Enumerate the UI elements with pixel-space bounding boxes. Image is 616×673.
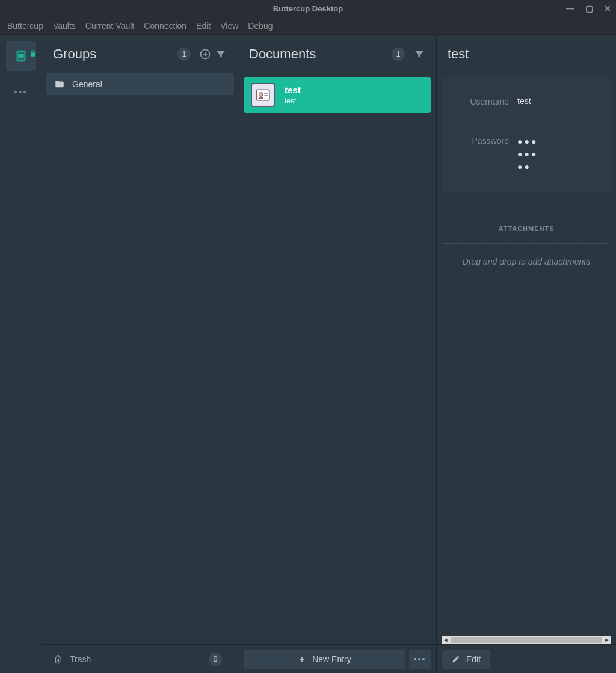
dropzone-text: Drag and drop to add attachments (463, 257, 590, 266)
attachments-divider: ATTACHMENTS (442, 225, 611, 232)
documents-pane: Documents 1 test (238, 35, 437, 673)
entry-avatar-icon (251, 83, 275, 107)
svg-point-5 (259, 93, 263, 97)
horizontal-scrollbar[interactable]: ◄ ► (442, 636, 611, 644)
group-item-label: General (72, 79, 102, 89)
window-titlebar: Buttercup Desktop — ▢ ✕ (0, 0, 616, 17)
main-content: ••• Groups 1 General (0, 35, 616, 673)
entry-title: test (285, 85, 301, 96)
svg-rect-2 (19, 54, 23, 57)
rail-more-button[interactable]: ••• (14, 87, 28, 97)
svg-rect-7 (264, 95, 268, 96)
unlock-icon (29, 49, 37, 58)
close-icon[interactable]: ✕ (604, 4, 611, 13)
scrollbar-thumb[interactable] (451, 637, 602, 643)
groups-heading: Groups (53, 46, 96, 62)
scroll-right-icon[interactable]: ► (603, 636, 611, 644)
edit-label: Edit (466, 654, 481, 664)
minimize-icon[interactable]: — (566, 4, 574, 13)
trash-button[interactable]: Trash 0 (42, 644, 238, 673)
group-item-general[interactable]: General (46, 73, 234, 95)
groups-header: Groups 1 (42, 35, 238, 73)
file-icon (14, 49, 28, 63)
groups-list: General (42, 73, 238, 644)
add-group-icon[interactable] (199, 48, 211, 60)
documents-list: test test (238, 73, 436, 644)
field-username: Username test (451, 88, 602, 115)
menu-edit[interactable]: Edit (191, 19, 215, 33)
edit-button[interactable]: Edit (442, 650, 490, 669)
filter-icon[interactable] (215, 48, 227, 60)
field-password: Password ●●● ●●● ●● (451, 115, 602, 182)
attachments-dropzone[interactable]: Drag and drop to add attachments (442, 243, 611, 280)
documents-footer: New Entry ••• (238, 644, 436, 673)
plus-icon (298, 655, 306, 663)
new-entry-button[interactable]: New Entry (244, 650, 405, 669)
menu-debug[interactable]: Debug (243, 19, 277, 33)
vault-tab[interactable] (6, 41, 36, 71)
entry-subtitle: test (285, 97, 301, 105)
attachments-heading: ATTACHMENTS (490, 225, 562, 232)
trash-count-badge: 0 (209, 653, 222, 666)
vault-rail: ••• (0, 35, 42, 673)
menu-current-vault[interactable]: Current Vault (81, 19, 139, 33)
trash-icon (53, 654, 63, 664)
menubar: Buttercup Vaults Current Vault Connectio… (0, 17, 616, 35)
details-pane: test Username test Password ●●● ●●● ●● A… (437, 35, 616, 673)
profile-card-icon (255, 87, 271, 103)
documents-header: Documents 1 (238, 35, 436, 73)
folder-icon (54, 79, 65, 90)
groups-pane: Groups 1 General Trash 0 (42, 35, 238, 673)
menu-connection[interactable]: Connection (139, 19, 191, 33)
password-label: Password (451, 135, 517, 146)
menu-buttercup[interactable]: Buttercup (2, 19, 48, 33)
details-header: test (437, 35, 616, 73)
svg-rect-6 (264, 93, 268, 94)
entry-item[interactable]: test test (244, 77, 431, 113)
trash-label: Trash (70, 654, 91, 664)
username-value[interactable]: test (517, 96, 531, 106)
details-footer: Edit (437, 644, 616, 673)
window-controls: — ▢ ✕ (566, 4, 611, 13)
entry-more-button[interactable]: ••• (409, 650, 431, 669)
documents-count-badge: 1 (392, 48, 405, 61)
username-label: Username (451, 96, 517, 106)
details-heading: test (448, 46, 469, 62)
filter-icon[interactable] (413, 48, 425, 60)
entry-text: test test (285, 85, 301, 105)
pencil-icon (452, 655, 460, 663)
window-title: Buttercup Desktop (273, 4, 343, 13)
details-body: Username test Password ●●● ●●● ●● ATTACH… (437, 73, 616, 644)
maximize-icon[interactable]: ▢ (585, 4, 593, 13)
documents-heading: Documents (249, 46, 316, 62)
fields-card: Username test Password ●●● ●●● ●● (442, 77, 611, 192)
password-value[interactable]: ●●● ●●● ●● (517, 135, 538, 173)
scroll-left-icon[interactable]: ◄ (442, 636, 450, 644)
groups-count-badge: 1 (177, 48, 191, 61)
menu-view[interactable]: View (215, 19, 243, 33)
new-entry-label: New Entry (312, 654, 351, 664)
menu-vaults[interactable]: Vaults (48, 19, 81, 33)
